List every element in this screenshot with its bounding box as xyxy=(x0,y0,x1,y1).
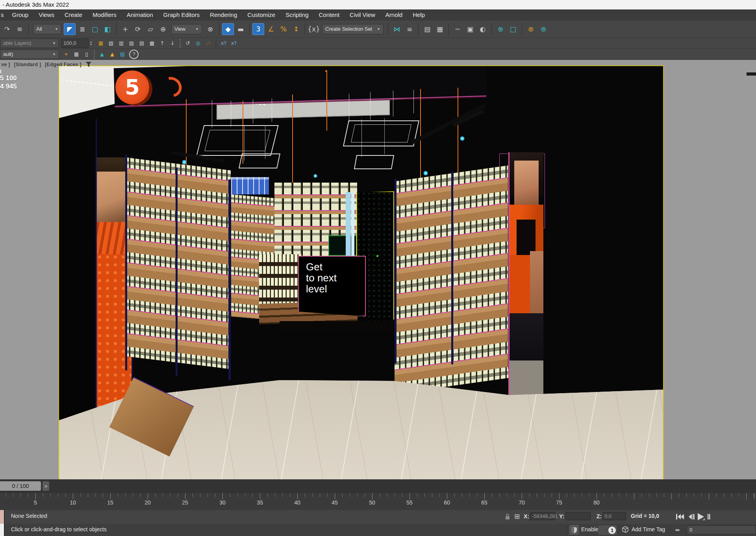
select-and-manipulate-icon[interactable]: ◆ xyxy=(222,23,234,35)
percent-snap-icon[interactable]: % xyxy=(278,23,289,35)
current-frame-field[interactable]: 0 xyxy=(687,525,756,534)
mirror-icon[interactable]: ⋈ xyxy=(391,23,403,35)
keyboard-shortcut-override-icon[interactable]: ▬ xyxy=(235,23,246,35)
menu-item-help[interactable]: Help xyxy=(408,9,430,20)
rendered-frame-window-icon[interactable]: □ xyxy=(507,23,519,35)
scene-explorer-icon[interactable]: ▤ xyxy=(421,23,433,35)
selection-status: None Selected xyxy=(11,513,47,519)
filter-funnel-icon[interactable] xyxy=(85,61,92,67)
render-iterative-icon[interactable]: ⊚ xyxy=(537,23,549,35)
schematic-view-icon[interactable]: ▣ xyxy=(464,23,476,35)
align-icon[interactable]: ≡ xyxy=(404,23,415,35)
animation-shield[interactable] xyxy=(569,525,579,535)
rectangular-selection-region-icon[interactable]: ▢ xyxy=(89,23,101,35)
page-icon[interactable]: ▯ xyxy=(82,50,91,59)
menu-item-civil-view[interactable]: Civil View xyxy=(345,9,380,20)
camera-safe-frame[interactable]: 5 Get to next level xyxy=(58,65,664,479)
play-button[interactable] xyxy=(697,512,705,521)
create-selection-set-dropdown[interactable]: Create Selection Set ▼ xyxy=(322,24,384,34)
x-coordinate-field[interactable]: -58348,281 xyxy=(530,512,555,520)
maxscript-explore-icon[interactable]: x? xyxy=(229,39,239,48)
layer-explorer-icon[interactable]: ▦ xyxy=(434,23,446,35)
key-badge-box[interactable]: 1 xyxy=(598,525,617,535)
select-and-scale-icon[interactable]: ▱ xyxy=(145,23,156,35)
material-editor-icon[interactable]: ◐ xyxy=(477,23,489,35)
select-object-icon[interactable]: ◤ xyxy=(64,23,76,35)
create-new-layer-icon[interactable]: + xyxy=(61,50,71,59)
layer-stack-icon[interactable]: ▦ xyxy=(72,50,81,59)
menu-item-graph-editors[interactable]: Graph Editors xyxy=(158,9,205,20)
layer-manager-icon[interactable]: ▦ xyxy=(96,39,106,48)
menu-item-content[interactable]: Content xyxy=(314,9,345,20)
default-preset-dropdown[interactable]: ault) ▼ xyxy=(0,50,59,59)
reference-coordinate-dropdown[interactable]: View ▼ xyxy=(171,24,202,34)
angle-snap-icon[interactable]: ∠ xyxy=(265,23,277,35)
time-slider-track[interactable]: 0 / 100 > xyxy=(0,479,756,493)
select-by-name-icon[interactable]: ≣ xyxy=(76,23,88,35)
viewport-label[interactable]: ve ] [Standard ] [Edged Faces ] xyxy=(1,61,92,67)
selectable-layers-dropdown[interactable]: able Layers) ▼ xyxy=(0,39,59,48)
forest-tools-icon[interactable]: ▲ xyxy=(107,50,117,59)
named-selection-sets-icon[interactable]: {x} xyxy=(308,23,320,35)
menu-item-arnold[interactable]: Arnold xyxy=(380,9,408,20)
use-pivot-point-center-icon[interactable]: ⊗ xyxy=(204,23,216,35)
menu-item-create[interactable]: Create xyxy=(59,9,87,20)
select-and-rotate-icon[interactable]: ⟳ xyxy=(132,23,144,35)
hide-layer-icon[interactable]: ▤ xyxy=(137,39,146,48)
toolbar-separator xyxy=(491,23,492,35)
redo-icon[interactable]: ↷ xyxy=(1,23,13,35)
layer-down-icon[interactable]: ↓ xyxy=(168,39,177,48)
snaps-toggle-icon[interactable]: 3 xyxy=(252,23,264,35)
select-and-link-icon[interactable]: ≋ xyxy=(14,23,26,35)
viewport[interactable]: ve ] [Standard ] [Edged Faces ] l 5 100 … xyxy=(0,60,756,479)
cycle-subobject-icon[interactable]: ↺ xyxy=(183,39,193,48)
previous-frame-button[interactable] xyxy=(688,512,695,521)
time-slider[interactable]: 0 / 100 xyxy=(0,481,41,491)
vertex-dots-icon[interactable]: ∴ xyxy=(204,39,213,48)
frame-spinner-arrows[interactable]: ◂▸ xyxy=(675,527,680,532)
add-to-layer-icon[interactable]: ▥ xyxy=(117,39,126,48)
maxscript-mini-listener[interactable] xyxy=(0,510,5,524)
layer-percent-spinner[interactable]: 100,0 xyxy=(61,39,89,48)
menu-item-rendering[interactable]: Rendering xyxy=(205,9,242,20)
bottle-rack xyxy=(259,254,302,305)
menu-item-s[interactable]: s xyxy=(0,9,7,20)
help-icon[interactable]: ? xyxy=(129,50,139,59)
menu-item-customize[interactable]: Customize xyxy=(242,9,280,20)
window-crossing-icon[interactable]: ◧ xyxy=(102,23,113,35)
maxscript-mini-listener-2[interactable] xyxy=(0,524,5,536)
poster-woman-arm xyxy=(530,251,543,318)
y-coordinate-field[interactable] xyxy=(565,512,591,520)
library-doc-icon[interactable]: ▤ xyxy=(118,50,127,59)
pick-target-icon[interactable]: ◎ xyxy=(193,39,203,48)
z-coordinate-field[interactable]: 0,0 xyxy=(602,512,626,520)
menu-item-group[interactable]: Group xyxy=(7,9,34,20)
curve-editor-icon[interactable]: ~ xyxy=(452,23,463,35)
render-production-icon[interactable]: ⊚ xyxy=(525,23,537,35)
selection-filter-dropdown[interactable]: All ▼ xyxy=(33,24,61,34)
menu-item-modifiers[interactable]: Modifiers xyxy=(87,9,122,20)
maxscript-query-icon[interactable]: x? xyxy=(219,39,228,48)
create-layer-icon[interactable]: ▧ xyxy=(106,39,116,48)
select-and-place-icon[interactable]: ⊕ xyxy=(157,23,169,35)
spinner-snap-icon[interactable]: ↕ xyxy=(290,23,302,35)
cube-icon[interactable] xyxy=(622,526,628,533)
add-time-tag[interactable]: Add Time Tag xyxy=(632,526,665,532)
menu-item-scripting[interactable]: Scripting xyxy=(280,9,313,20)
freeze-layer-icon[interactable]: ▩ xyxy=(147,39,157,48)
spinner-arrows-icon[interactable]: ▲▼ xyxy=(89,41,93,46)
hanging-wire xyxy=(212,100,212,128)
forest-pack-icon[interactable]: ▲ xyxy=(97,50,107,59)
absolute-mode-icon[interactable]: ⊞ xyxy=(514,512,520,521)
select-and-move-icon[interactable]: + xyxy=(119,23,131,35)
menu-item-animation[interactable]: Animation xyxy=(122,9,158,20)
render-setup-icon[interactable]: ⊛ xyxy=(495,23,506,35)
next-frame-button[interactable] xyxy=(707,512,711,521)
menu-item-views[interactable]: Views xyxy=(33,9,59,20)
track-bar[interactable]: 5101520253035404550556065707580 xyxy=(0,493,756,510)
go-to-start-button[interactable] xyxy=(676,512,684,521)
selection-lock-icon[interactable] xyxy=(505,514,510,520)
next-frame-advance-button[interactable]: > xyxy=(43,481,49,491)
layer-up-icon[interactable]: ↑ xyxy=(158,39,167,48)
select-in-layer-icon[interactable]: ▨ xyxy=(127,39,136,48)
